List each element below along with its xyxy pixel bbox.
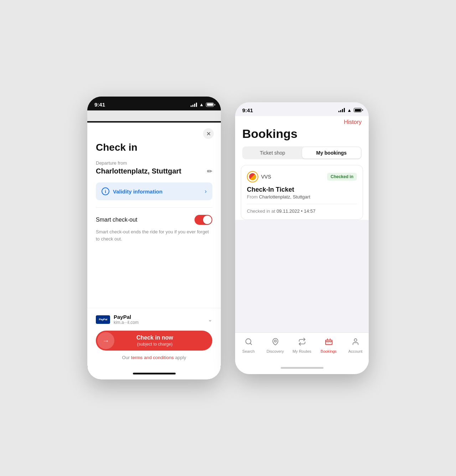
bottom-nav: Search Discovery My Routes Bookings <box>235 332 369 362</box>
time-1: 9:41 <box>94 102 105 108</box>
account-label: Account <box>348 349 363 353</box>
checkin-button-text: Check in now (subject to charge) <box>116 334 212 347</box>
ticket-name: Check-In Ticket <box>247 186 357 193</box>
wifi-icon-1: ▲ <box>199 102 204 107</box>
bookings-screen: History Bookings Ticket shop My bookings <box>235 116 369 220</box>
validity-button[interactable]: i Validity information › <box>96 182 212 200</box>
modal-footer: PayPal PayPal kim.a···il.com ⌄ → Check i… <box>87 308 221 367</box>
modal-header: ✕ <box>87 123 221 142</box>
smart-checkout-label: Smart check-out <box>96 217 137 223</box>
vvs-logo-inner <box>249 173 256 180</box>
account-icon <box>352 338 359 348</box>
status-bar-2: 9:41 ▲ <box>235 102 369 116</box>
home-indicator-2 <box>235 362 369 374</box>
wifi-icon-2: ▲ <box>347 108 352 113</box>
checkin-title: Check in <box>96 142 212 153</box>
nav-item-search[interactable]: Search <box>235 336 262 355</box>
nav-item-bookings[interactable]: Bookings <box>315 336 342 355</box>
nav-item-account[interactable]: Account <box>342 336 369 355</box>
divider-1 <box>96 207 212 208</box>
history-link[interactable]: History <box>344 119 362 125</box>
svg-point-2 <box>274 340 276 342</box>
smart-checkout-row: Smart check-out <box>96 215 212 225</box>
status-icons-1: ▲ <box>191 102 214 107</box>
departure-row: Charlottenplatz, Stuttgart ✏ <box>96 167 212 175</box>
checked-in-badge: Checked in <box>327 173 357 181</box>
chevron-right-icon: › <box>205 188 207 195</box>
nav-item-routes[interactable]: My Routes <box>289 336 315 355</box>
checkin-button-label: Check in now <box>116 334 194 342</box>
vvs-logo-wrap: VVS <box>247 171 271 182</box>
routes-label: My Routes <box>292 349 311 353</box>
tab-ticket-shop[interactable]: Ticket shop <box>243 147 302 159</box>
discovery-label: Discovery <box>266 349 284 353</box>
tab-bar: Ticket shop My bookings <box>242 146 362 159</box>
checkin-now-button[interactable]: → Check in now (subject to charge) <box>96 331 212 351</box>
paypal-row: PayPal PayPal kim.a···il.com ⌄ <box>96 314 212 325</box>
home-indicator-1 <box>87 367 221 379</box>
terms-suffix: apply <box>174 355 186 360</box>
bookings-title: Bookings <box>235 125 369 146</box>
checkin-button-sublabel: (subject to charge) <box>116 342 194 347</box>
checkin-time: 09.11.2022 • 14:57 <box>276 208 315 214</box>
edit-icon[interactable]: ✏ <box>207 167 212 175</box>
modal-spacer <box>87 251 221 308</box>
scene: 9:41 ▲ ✕ Check in <box>66 75 390 401</box>
bookings-icon <box>325 338 333 348</box>
status-icons-2: ▲ <box>338 108 362 113</box>
provider-name: VVS <box>261 174 271 180</box>
signal-icon-2 <box>338 108 345 112</box>
home-bar-2 <box>281 367 323 369</box>
discovery-icon <box>271 338 279 348</box>
vvs-logo <box>247 171 258 182</box>
svg-point-4 <box>354 338 357 341</box>
svg-line-1 <box>250 343 252 345</box>
content-spacer <box>235 226 369 332</box>
toggle-knob <box>203 216 212 224</box>
routes-icon <box>298 338 306 348</box>
booking-card-header: VVS Checked in <box>247 171 357 182</box>
paypal-logo: PayPal <box>96 315 110 324</box>
booking-from: From Charlottenplatz, Stuttgart <box>247 194 357 200</box>
bookings-label: Bookings <box>321 349 337 353</box>
booking-card: VVS Checked in Check-In Ticket From Char… <box>241 165 363 220</box>
smart-checkout-toggle[interactable] <box>195 215 212 225</box>
checkin-label: Checked in at <box>247 208 275 214</box>
chevron-down-icon[interactable]: ⌄ <box>208 317 212 322</box>
tab-bar-container: Ticket shop My bookings <box>235 146 369 165</box>
departure-label: Departure from <box>96 160 212 166</box>
modal-content: Check in Departure from Charlottenplatz,… <box>87 142 221 251</box>
paypal-email: kim.a···il.com <box>114 320 204 325</box>
nav-item-discovery[interactable]: Discovery <box>262 336 289 355</box>
search-label: Search <box>242 349 255 353</box>
checkin-arrow-icon: → <box>97 332 114 349</box>
phone1-body <box>87 110 221 121</box>
validity-text: Validity information <box>113 188 201 195</box>
bookings-top: History <box>235 116 369 125</box>
info-icon: i <box>102 187 109 195</box>
terms-prefix: Our <box>122 355 131 360</box>
checkin-modal: ✕ Check in Departure from Charlottenplat… <box>87 123 221 379</box>
paypal-info: PayPal kim.a···il.com <box>114 314 204 325</box>
from-location: Charlottenplatz, Stuttgart <box>259 194 310 200</box>
status-bar-1: 9:41 ▲ <box>87 97 221 110</box>
signal-icon-1 <box>191 103 197 107</box>
home-bar-1 <box>133 373 176 374</box>
from-label: From <box>247 194 258 200</box>
paypal-name: PayPal <box>114 314 204 320</box>
phone-bookings: 9:41 ▲ History Bookings <box>235 102 369 374</box>
close-button[interactable]: ✕ <box>203 128 214 139</box>
departure-location: Charlottenplatz, Stuttgart <box>96 167 181 175</box>
terms-text: Our terms and conditions apply <box>96 355 212 360</box>
tab-my-bookings[interactable]: My bookings <box>302 147 361 159</box>
time-2: 9:41 <box>242 107 253 113</box>
smart-checkout-description: Smart check-out ends the ride for you if… <box>96 228 212 242</box>
terms-link[interactable]: terms and conditions <box>131 355 174 360</box>
booking-divider <box>247 204 357 204</box>
phone-checkin: 9:41 ▲ ✕ Check in <box>87 97 221 379</box>
checkin-time-row: Checked in at 09.11.2022 • 14:57 <box>247 208 357 214</box>
battery-icon-2 <box>354 108 362 112</box>
search-icon <box>245 338 253 348</box>
battery-icon-1 <box>206 103 214 107</box>
